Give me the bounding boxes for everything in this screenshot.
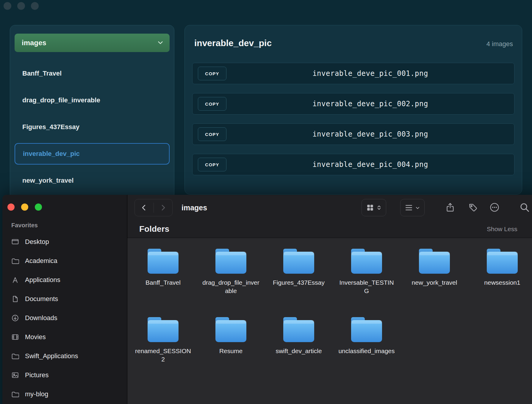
copy-button[interactable]: COPY: [198, 67, 226, 80]
finder-sidebar: Favorites Desktop Academica Applications: [2, 195, 127, 404]
sidebar-item-movies[interactable]: Movies: [2, 328, 127, 347]
window-dot[interactable]: [31, 2, 39, 10]
folder-item[interactable]: newsession1: [468, 247, 532, 306]
tag-icon[interactable]: [468, 202, 478, 212]
folder-icon: [145, 315, 181, 344]
movies-icon: [11, 333, 20, 341]
close-button[interactable]: [7, 203, 15, 211]
file-name: inverable_deve_pic_004.png: [226, 160, 514, 169]
file-list: COPY inverable_deve_pic_001.png COPY inv…: [192, 63, 514, 175]
folder-icon: [213, 315, 249, 344]
image-count-badge: 4 images: [486, 40, 513, 48]
folder-list-item[interactable]: Banff_Travel: [10, 60, 174, 87]
window-dot[interactable]: [17, 2, 25, 10]
folder-item[interactable]: Figures_437Essay: [265, 247, 333, 306]
sidebar-item-label: Downloads: [25, 314, 57, 322]
pictures-icon: [11, 371, 20, 379]
sidebar-item-my-blog[interactable]: my-blog: [2, 385, 127, 404]
folder-item[interactable]: swift_dev_article: [265, 315, 333, 375]
folder-item[interactable]: unclassified_images: [333, 315, 400, 375]
desktop-icon: [11, 238, 20, 246]
panel-header: inverable_dev_pic 4 images: [185, 25, 522, 49]
folder-name: new_york_travel: [406, 278, 463, 287]
sidebar-item-label: Movies: [25, 333, 46, 341]
folder-item[interactable]: Inversable_TESTING: [333, 247, 400, 306]
folder-icon: [484, 247, 520, 275]
sidebar-item-documents[interactable]: Documents: [2, 289, 127, 309]
panel-title: inverable_dev_pic: [194, 37, 272, 49]
sidebar-item-pictures[interactable]: Pictures: [2, 366, 127, 385]
folder-icon: [416, 247, 453, 275]
more-options-icon[interactable]: [489, 202, 500, 212]
icon-view-button[interactable]: [362, 199, 386, 216]
folder-name: unclassified_images: [338, 347, 395, 355]
sidebar-item-desktop[interactable]: Desktop: [2, 232, 127, 251]
folder-icon: [348, 315, 385, 344]
file-name: inverable_deve_pic_002.png: [226, 100, 514, 108]
folder-list: Banff_Travel drag_drop_file_inverable Fi…: [10, 60, 174, 194]
folder-name: Banff_Travel: [134, 278, 192, 287]
sidebar-item-label: Desktop: [25, 238, 49, 246]
downloads-icon: [11, 314, 20, 322]
forward-button[interactable]: [154, 203, 173, 212]
sidebar-item-swift-applications[interactable]: Swift_Applications: [2, 347, 127, 366]
copy-button[interactable]: COPY: [198, 158, 226, 171]
folder-item[interactable]: renamed_SESSION2: [129, 315, 197, 375]
sidebar-item-downloads[interactable]: Downloads: [2, 309, 127, 328]
folder-list-item[interactable]: new_york_travel: [10, 167, 174, 194]
back-button[interactable]: [135, 203, 154, 212]
group-rows-icon: [405, 204, 413, 212]
chevron-down-icon: [415, 206, 420, 210]
file-name: inverable_deve_pic_001.png: [226, 69, 514, 78]
folder-item[interactable]: Resume: [197, 315, 265, 375]
sidebar-item-applications[interactable]: Applications: [2, 270, 127, 289]
search-icon[interactable]: [520, 202, 530, 212]
traffic-lights: [2, 195, 127, 211]
copy-button[interactable]: COPY: [198, 97, 226, 111]
finder-window: Favorites Desktop Academica Applications: [2, 195, 532, 404]
folder-list-panel: images Banff_Travel drag_drop_file_inver…: [10, 25, 174, 199]
window-dot[interactable]: [4, 2, 11, 10]
folder-icon: [145, 247, 181, 275]
folder-name: renamed_SESSION2: [134, 347, 192, 364]
sidebar-item-academica[interactable]: Academica: [2, 251, 127, 270]
sidebar-item-label: Documents: [25, 295, 58, 303]
show-less-link[interactable]: Show Less: [487, 226, 517, 233]
group-view-button[interactable]: [400, 199, 425, 216]
folders-section-header: Folders Show Less: [127, 220, 532, 238]
folder-item[interactable]: new_york_travel: [400, 247, 468, 306]
finder-main: images: [127, 195, 532, 404]
zoom-button[interactable]: [35, 203, 42, 211]
share-icon[interactable]: [445, 202, 455, 212]
folder-icon: [281, 315, 317, 344]
minimize-button[interactable]: [21, 203, 28, 211]
document-icon: [11, 295, 20, 303]
copy-button[interactable]: COPY: [198, 127, 226, 141]
folder-name: Resume: [202, 347, 260, 355]
images-panel: inverable_dev_pic 4 images COPY inverabl…: [184, 25, 522, 195]
folder-icon: [281, 247, 317, 275]
file-row: COPY inverable_deve_pic_004.png: [192, 154, 514, 175]
folder-list-item-selected[interactable]: inverable_dev_pic: [15, 143, 170, 165]
folder-item[interactable]: drag_drop_file_inverable: [197, 247, 265, 306]
folders-section-title: Folders: [139, 224, 169, 234]
grid-view-icon: [366, 204, 374, 212]
folder-item[interactable]: Banff_Travel: [129, 247, 197, 306]
folder-name: Figures_437Essay: [270, 278, 328, 287]
folder-select[interactable]: images: [15, 34, 170, 52]
sidebar-item-label: my-blog: [25, 390, 48, 398]
window-controls: [4, 2, 39, 10]
sidebar-items: Desktop Academica Applications Documents: [2, 232, 127, 404]
file-row: COPY inverable_deve_pic_002.png: [192, 93, 514, 115]
sidebar-item-label: Swift_Applications: [25, 352, 78, 360]
folder-list-item[interactable]: Figures_437Essay: [10, 114, 174, 140]
folder-list-item[interactable]: drag_drop_file_inverable: [10, 87, 174, 114]
file-name: inverable_deve_pic_003.png: [226, 130, 514, 138]
folders-content: Banff_Travel drag_drop_file_inverable Fi…: [127, 238, 532, 404]
file-row: COPY inverable_deve_pic_001.png: [192, 63, 514, 84]
applications-icon: [11, 276, 20, 284]
folder-icon: [348, 247, 385, 275]
sidebar-item-label: Applications: [25, 276, 60, 284]
sidebar-item-label: Academica: [25, 257, 57, 265]
folder-select-value: images: [22, 39, 46, 47]
